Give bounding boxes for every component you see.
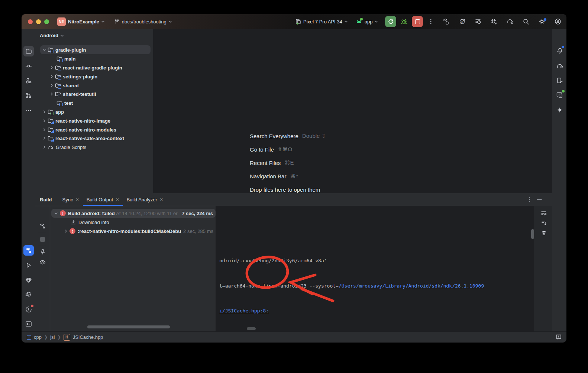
tool-resource-manager-button[interactable] — [23, 75, 34, 86]
tool-problems-button[interactable] — [23, 304, 34, 315]
build-panel-options-button[interactable] — [527, 195, 533, 205]
vcs-branch-widget[interactable]: docs/troubleshooting — [114, 19, 172, 25]
filter-view-button[interactable] — [38, 258, 47, 267]
console-file-link[interactable]: i/JSICache.hpp:8: — [219, 308, 269, 314]
run-config-selector[interactable]: app — [356, 19, 378, 25]
tool-running-devices-button[interactable] — [555, 90, 565, 100]
tool-gemini-button[interactable] — [555, 105, 565, 115]
tree-item-gradle-plugin[interactable]: gradle-plugin — [43, 45, 86, 54]
tool-more-button[interactable] — [23, 105, 34, 116]
build-cmake-node[interactable]: ! :react-native-nitro-modules:buildCMake… — [64, 227, 213, 236]
attach-debugger-button[interactable] — [489, 17, 499, 26]
right-tool-strip — [552, 29, 566, 331]
running-devices-icon — [556, 92, 563, 98]
tab-build-analyzer[interactable]: Build Analyzer ✕ — [123, 193, 167, 206]
project-view-selector[interactable]: Android — [40, 33, 64, 38]
profile-button[interactable] — [553, 17, 563, 26]
breadcrumb-file[interactable]: JSICache.hpp — [73, 334, 103, 340]
gradle-sync-button[interactable] — [505, 17, 515, 26]
search-icon — [522, 18, 530, 25]
tool-gradle-button[interactable] — [555, 61, 565, 71]
minimize-window-button[interactable] — [36, 19, 41, 24]
tree-item-shared[interactable]: shared — [50, 81, 79, 90]
tool-project-button[interactable] — [23, 46, 34, 56]
tool-run-button[interactable] — [23, 260, 34, 270]
maximize-window-button[interactable] — [44, 19, 49, 24]
console-vertical-scrollbar[interactable] — [531, 229, 534, 239]
settings-button[interactable] — [537, 17, 547, 26]
stop-button[interactable] — [412, 16, 423, 27]
tool-build-button[interactable] — [23, 245, 34, 256]
tree-item-react-native-gradle-plugin[interactable]: react-native-gradle-plugin — [50, 63, 122, 72]
console-horizontal-scrollbar[interactable] — [247, 327, 256, 330]
console-line: i/JSICache.hpp:8: — [219, 307, 534, 315]
tree-item-react-native-nitro-image[interactable]: react-native-nitro-image — [43, 116, 110, 125]
breadcrumb-jsi[interactable]: jsi — [50, 334, 55, 340]
tool-pull-requests-button[interactable] — [23, 90, 34, 101]
restart-run-icon — [388, 19, 394, 25]
shortcut-label: Recent Files — [250, 160, 281, 166]
tab-close-icon[interactable]: ✕ — [160, 197, 163, 202]
stop-icon — [415, 19, 420, 24]
tree-item-shared-testutil[interactable]: shared-testutil — [50, 90, 96, 98]
build-project-button[interactable] — [441, 17, 451, 26]
tree-item-react-native-nitro-modules[interactable]: react-native-nitro-modules — [43, 125, 116, 134]
status-bar: cpp ❯ jsi ❯ H JSICache.hpp — [22, 331, 566, 343]
debug-button[interactable] — [399, 17, 409, 26]
build-tree-horizontal-scrollbar[interactable] — [87, 325, 170, 328]
soft-wrap-button[interactable] — [539, 209, 548, 218]
tree-item-gradle-scripts[interactable]: Gradle Scripts — [43, 143, 86, 152]
project-widget[interactable]: NE NitroExample — [57, 17, 104, 26]
tree-item-label: react-native-safe-area-context — [55, 136, 124, 141]
play-icon — [25, 262, 32, 269]
tree-item-app[interactable]: app — [43, 107, 64, 116]
more-run-options-button[interactable] — [426, 17, 436, 26]
tool-commit-button[interactable] — [23, 61, 34, 71]
scroll-to-end-button[interactable] — [539, 218, 548, 227]
title-bar: NE NitroExample docs/troubleshooting — [22, 14, 566, 29]
device-selector[interactable]: Pixel 7 Pro API 34 — [295, 19, 348, 25]
shortcut-go-to-file: Go to File ⇧⌘O — [250, 143, 326, 156]
pin-tab-button[interactable] — [38, 247, 47, 256]
apply-code-changes-button[interactable]: A — [457, 17, 467, 26]
shortcut-keys: ⌘E — [284, 159, 294, 166]
console-file-link[interactable]: /Users/mrousavy/Library/Android/sdk/ndk/… — [339, 283, 484, 289]
tab-build-output[interactable]: Build Output ✕ — [83, 193, 123, 206]
tab-close-icon[interactable]: ✕ — [116, 197, 119, 202]
breadcrumb-cpp[interactable]: cpp — [34, 334, 42, 340]
rerun-button[interactable] — [385, 16, 396, 27]
stop-build-button[interactable] — [38, 235, 47, 244]
header-file-icon: H — [64, 334, 70, 341]
titlebar-actions: A — [441, 14, 563, 29]
restart-build-button[interactable] — [38, 221, 47, 230]
build-panel-title: Build — [40, 197, 52, 202]
elephant-sync-icon — [506, 18, 514, 25]
build-download-info-node[interactable]: Download info — [71, 218, 109, 227]
tool-device-manager-button[interactable] — [555, 75, 565, 86]
tree-item-test[interactable]: test — [56, 98, 73, 107]
build-output-console[interactable]: ndroid/.cxx/Debug/2nd4i3y6/arm64-v8a' t=… — [216, 206, 534, 331]
close-window-button[interactable] — [28, 19, 33, 24]
tool-app-quality-insights-button[interactable] — [23, 275, 34, 285]
tree-item-main[interactable]: main — [56, 54, 75, 63]
build-variants-button[interactable] — [473, 17, 483, 26]
tab-close-icon[interactable]: ✕ — [75, 197, 79, 202]
clear-console-button[interactable] — [539, 228, 548, 237]
editor-shortcut-hints: Search Everywhere Double ⇧ Go to File ⇧⌘… — [250, 129, 326, 196]
tree-item-react-native-safe-area-context[interactable]: react-native-safe-area-context — [43, 134, 124, 143]
tool-notifications-button[interactable] — [555, 46, 565, 56]
device-icon — [295, 19, 301, 25]
build-root-node[interactable]: ! Build android: failed At 14.10.24, 12:… — [55, 209, 214, 218]
chevron-down-icon — [55, 212, 58, 215]
build-node-detail: At 14.10.24, 12:00 with 11 er — [116, 211, 177, 216]
tree-item-settings-plugin[interactable]: settings-plugin — [50, 72, 97, 81]
bug-arrow-icon — [490, 18, 498, 25]
tab-sync[interactable]: Sync ✕ — [59, 193, 83, 206]
tool-logcat-button[interactable] — [23, 289, 34, 300]
status-notifications-button[interactable] — [555, 334, 562, 341]
tool-terminal-button[interactable] — [23, 319, 34, 329]
build-panel-minimize-button[interactable] — [536, 195, 543, 205]
module-folder-icon — [55, 91, 61, 97]
search-everywhere-button[interactable] — [521, 17, 531, 26]
elephant-icon — [556, 63, 563, 69]
